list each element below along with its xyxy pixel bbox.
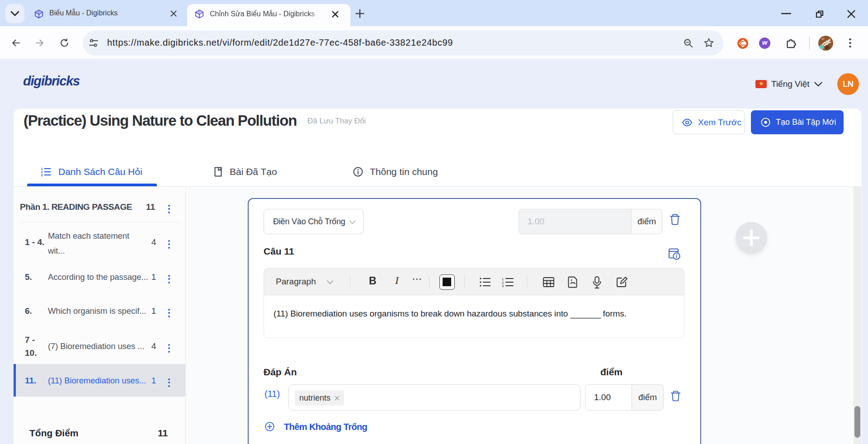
svg-text:3: 3 bbox=[502, 284, 504, 287]
svg-text:2: 2 bbox=[41, 170, 43, 174]
svg-text:3: 3 bbox=[41, 174, 43, 177]
svg-text:1: 1 bbox=[41, 167, 43, 170]
